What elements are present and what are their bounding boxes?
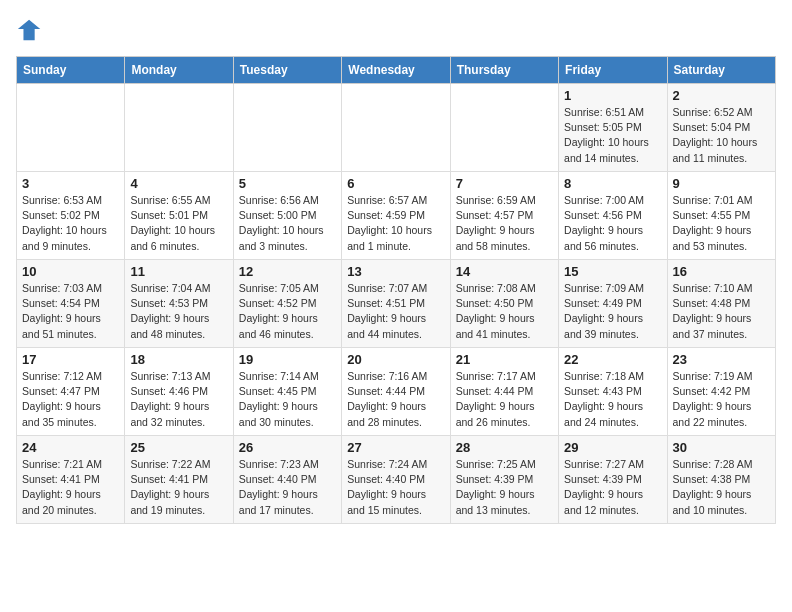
svg-marker-0 <box>18 20 40 41</box>
calendar-cell: 13Sunrise: 7:07 AMSunset: 4:51 PMDayligh… <box>342 260 450 348</box>
day-number: 17 <box>22 352 119 367</box>
day-info: Sunrise: 7:28 AMSunset: 4:38 PMDaylight:… <box>673 457 770 518</box>
day-info: Sunrise: 6:57 AMSunset: 4:59 PMDaylight:… <box>347 193 444 254</box>
day-info: Sunrise: 7:09 AMSunset: 4:49 PMDaylight:… <box>564 281 661 342</box>
day-info: Sunrise: 7:18 AMSunset: 4:43 PMDaylight:… <box>564 369 661 430</box>
day-number: 9 <box>673 176 770 191</box>
calendar-cell <box>233 84 341 172</box>
day-info: Sunrise: 6:52 AMSunset: 5:04 PMDaylight:… <box>673 105 770 166</box>
calendar-header-sunday: Sunday <box>17 57 125 84</box>
calendar-cell: 27Sunrise: 7:24 AMSunset: 4:40 PMDayligh… <box>342 436 450 524</box>
day-info: Sunrise: 7:14 AMSunset: 4:45 PMDaylight:… <box>239 369 336 430</box>
day-number: 7 <box>456 176 553 191</box>
calendar-header-thursday: Thursday <box>450 57 558 84</box>
calendar-cell: 17Sunrise: 7:12 AMSunset: 4:47 PMDayligh… <box>17 348 125 436</box>
calendar-week-row: 17Sunrise: 7:12 AMSunset: 4:47 PMDayligh… <box>17 348 776 436</box>
calendar-cell: 11Sunrise: 7:04 AMSunset: 4:53 PMDayligh… <box>125 260 233 348</box>
day-number: 12 <box>239 264 336 279</box>
day-info: Sunrise: 7:00 AMSunset: 4:56 PMDaylight:… <box>564 193 661 254</box>
calendar-cell: 14Sunrise: 7:08 AMSunset: 4:50 PMDayligh… <box>450 260 558 348</box>
day-info: Sunrise: 6:51 AMSunset: 5:05 PMDaylight:… <box>564 105 661 166</box>
calendar-cell: 22Sunrise: 7:18 AMSunset: 4:43 PMDayligh… <box>559 348 667 436</box>
day-number: 2 <box>673 88 770 103</box>
calendar-header-row: SundayMondayTuesdayWednesdayThursdayFrid… <box>17 57 776 84</box>
calendar-cell: 25Sunrise: 7:22 AMSunset: 4:41 PMDayligh… <box>125 436 233 524</box>
calendar-cell: 4Sunrise: 6:55 AMSunset: 5:01 PMDaylight… <box>125 172 233 260</box>
calendar-header-saturday: Saturday <box>667 57 775 84</box>
calendar-cell: 8Sunrise: 7:00 AMSunset: 4:56 PMDaylight… <box>559 172 667 260</box>
calendar-cell: 18Sunrise: 7:13 AMSunset: 4:46 PMDayligh… <box>125 348 233 436</box>
logo-icon <box>16 16 44 44</box>
calendar-header-wednesday: Wednesday <box>342 57 450 84</box>
day-number: 19 <box>239 352 336 367</box>
day-number: 16 <box>673 264 770 279</box>
day-number: 13 <box>347 264 444 279</box>
day-number: 21 <box>456 352 553 367</box>
calendar-cell: 15Sunrise: 7:09 AMSunset: 4:49 PMDayligh… <box>559 260 667 348</box>
day-number: 4 <box>130 176 227 191</box>
day-info: Sunrise: 7:16 AMSunset: 4:44 PMDaylight:… <box>347 369 444 430</box>
day-number: 14 <box>456 264 553 279</box>
day-info: Sunrise: 7:10 AMSunset: 4:48 PMDaylight:… <box>673 281 770 342</box>
day-number: 18 <box>130 352 227 367</box>
day-number: 6 <box>347 176 444 191</box>
day-number: 10 <box>22 264 119 279</box>
day-number: 24 <box>22 440 119 455</box>
day-number: 20 <box>347 352 444 367</box>
day-info: Sunrise: 7:25 AMSunset: 4:39 PMDaylight:… <box>456 457 553 518</box>
day-number: 23 <box>673 352 770 367</box>
calendar-cell: 29Sunrise: 7:27 AMSunset: 4:39 PMDayligh… <box>559 436 667 524</box>
day-number: 15 <box>564 264 661 279</box>
day-info: Sunrise: 7:07 AMSunset: 4:51 PMDaylight:… <box>347 281 444 342</box>
calendar-cell: 23Sunrise: 7:19 AMSunset: 4:42 PMDayligh… <box>667 348 775 436</box>
calendar-cell: 5Sunrise: 6:56 AMSunset: 5:00 PMDaylight… <box>233 172 341 260</box>
day-info: Sunrise: 7:24 AMSunset: 4:40 PMDaylight:… <box>347 457 444 518</box>
calendar-table: SundayMondayTuesdayWednesdayThursdayFrid… <box>16 56 776 524</box>
day-info: Sunrise: 7:13 AMSunset: 4:46 PMDaylight:… <box>130 369 227 430</box>
day-info: Sunrise: 7:08 AMSunset: 4:50 PMDaylight:… <box>456 281 553 342</box>
day-info: Sunrise: 7:03 AMSunset: 4:54 PMDaylight:… <box>22 281 119 342</box>
day-number: 22 <box>564 352 661 367</box>
calendar-cell: 21Sunrise: 7:17 AMSunset: 4:44 PMDayligh… <box>450 348 558 436</box>
calendar-cell <box>342 84 450 172</box>
day-info: Sunrise: 7:12 AMSunset: 4:47 PMDaylight:… <box>22 369 119 430</box>
calendar-header-monday: Monday <box>125 57 233 84</box>
calendar-cell: 9Sunrise: 7:01 AMSunset: 4:55 PMDaylight… <box>667 172 775 260</box>
calendar-cell: 6Sunrise: 6:57 AMSunset: 4:59 PMDaylight… <box>342 172 450 260</box>
day-info: Sunrise: 7:27 AMSunset: 4:39 PMDaylight:… <box>564 457 661 518</box>
day-info: Sunrise: 7:01 AMSunset: 4:55 PMDaylight:… <box>673 193 770 254</box>
calendar-cell: 26Sunrise: 7:23 AMSunset: 4:40 PMDayligh… <box>233 436 341 524</box>
day-number: 27 <box>347 440 444 455</box>
calendar-week-row: 1Sunrise: 6:51 AMSunset: 5:05 PMDaylight… <box>17 84 776 172</box>
calendar-cell: 12Sunrise: 7:05 AMSunset: 4:52 PMDayligh… <box>233 260 341 348</box>
calendar-week-row: 24Sunrise: 7:21 AMSunset: 4:41 PMDayligh… <box>17 436 776 524</box>
calendar-week-row: 3Sunrise: 6:53 AMSunset: 5:02 PMDaylight… <box>17 172 776 260</box>
calendar-cell <box>17 84 125 172</box>
day-info: Sunrise: 7:19 AMSunset: 4:42 PMDaylight:… <box>673 369 770 430</box>
day-number: 11 <box>130 264 227 279</box>
day-info: Sunrise: 6:59 AMSunset: 4:57 PMDaylight:… <box>456 193 553 254</box>
logo <box>16 16 48 44</box>
day-info: Sunrise: 7:23 AMSunset: 4:40 PMDaylight:… <box>239 457 336 518</box>
day-info: Sunrise: 7:22 AMSunset: 4:41 PMDaylight:… <box>130 457 227 518</box>
day-number: 29 <box>564 440 661 455</box>
calendar-cell: 7Sunrise: 6:59 AMSunset: 4:57 PMDaylight… <box>450 172 558 260</box>
calendar-cell <box>450 84 558 172</box>
day-info: Sunrise: 7:04 AMSunset: 4:53 PMDaylight:… <box>130 281 227 342</box>
day-info: Sunrise: 7:05 AMSunset: 4:52 PMDaylight:… <box>239 281 336 342</box>
calendar-header-tuesday: Tuesday <box>233 57 341 84</box>
day-number: 25 <box>130 440 227 455</box>
day-number: 1 <box>564 88 661 103</box>
day-info: Sunrise: 6:55 AMSunset: 5:01 PMDaylight:… <box>130 193 227 254</box>
day-info: Sunrise: 6:53 AMSunset: 5:02 PMDaylight:… <box>22 193 119 254</box>
day-info: Sunrise: 7:17 AMSunset: 4:44 PMDaylight:… <box>456 369 553 430</box>
page-header <box>16 16 776 44</box>
calendar-cell: 16Sunrise: 7:10 AMSunset: 4:48 PMDayligh… <box>667 260 775 348</box>
calendar-cell <box>125 84 233 172</box>
day-number: 8 <box>564 176 661 191</box>
day-number: 30 <box>673 440 770 455</box>
calendar-cell: 3Sunrise: 6:53 AMSunset: 5:02 PMDaylight… <box>17 172 125 260</box>
calendar-cell: 20Sunrise: 7:16 AMSunset: 4:44 PMDayligh… <box>342 348 450 436</box>
calendar-cell: 30Sunrise: 7:28 AMSunset: 4:38 PMDayligh… <box>667 436 775 524</box>
day-number: 26 <box>239 440 336 455</box>
